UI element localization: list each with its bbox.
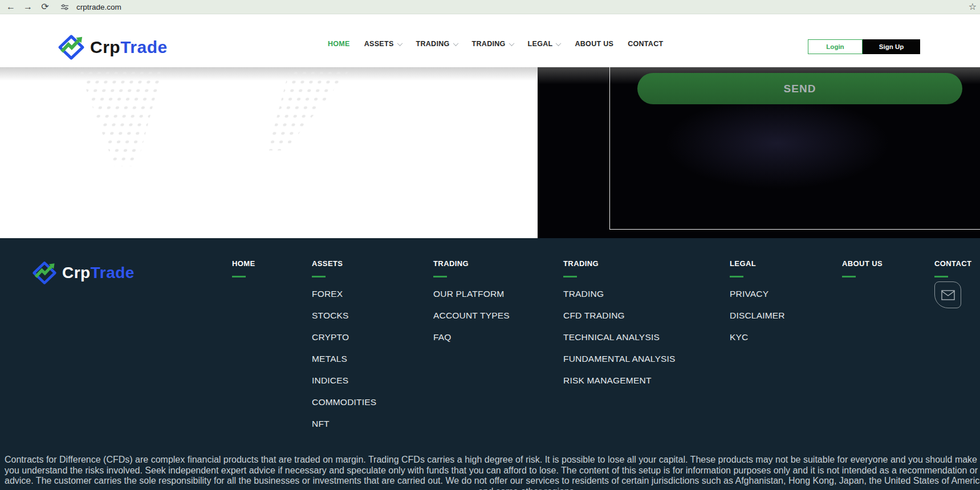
logo-icon bbox=[57, 33, 86, 62]
chevron-down-icon bbox=[509, 40, 514, 46]
footer-column-links: TRADINGCFD TRADINGTECHNICAL ANALYSISFUND… bbox=[563, 289, 676, 385]
login-button[interactable]: Login bbox=[808, 39, 863, 54]
green-underline bbox=[842, 276, 856, 277]
nav-item-about-us[interactable]: ABOUT US bbox=[575, 40, 613, 48]
signup-button[interactable]: Sign Up bbox=[863, 39, 920, 54]
chevron-down-icon bbox=[453, 40, 458, 46]
footer-heading-home[interactable]: HOME bbox=[232, 259, 255, 268]
logo-text-blue: Trade bbox=[91, 264, 135, 281]
footer-link[interactable]: DISCLAIMER bbox=[730, 311, 785, 320]
footer-link[interactable]: FUNDAMENTAL ANALYSIS bbox=[563, 354, 676, 363]
footer-link[interactable]: TRADING bbox=[563, 289, 676, 298]
auth-buttons: Login Sign Up bbox=[808, 39, 920, 54]
footer-heading-trading-2[interactable]: TRADING bbox=[563, 259, 676, 268]
browser-back-icon[interactable]: ← bbox=[2, 2, 19, 11]
footer-column-links: PRIVACYDISCLAIMERKYC bbox=[730, 289, 785, 341]
contact-email-button[interactable] bbox=[934, 281, 961, 308]
dotted-pattern-left bbox=[58, 70, 164, 166]
footer-link[interactable]: FAQ bbox=[433, 333, 510, 341]
site-settings-icon[interactable] bbox=[57, 2, 72, 12]
footer-heading-legal[interactable]: LEGAL bbox=[730, 259, 785, 268]
url-bar[interactable]: crptrade.com bbox=[76, 3, 121, 11]
nav-item-legal[interactable]: LEGAL bbox=[528, 40, 561, 48]
footer-column-legal: LEGAL PRIVACYDISCLAIMERKYC bbox=[730, 259, 785, 354]
contact-section: SEND bbox=[0, 67, 980, 238]
chevron-down-icon bbox=[556, 40, 562, 46]
nav-item-trading-1[interactable]: TRADING bbox=[416, 40, 458, 48]
green-underline bbox=[433, 276, 447, 277]
nav-item-home[interactable]: HOME bbox=[328, 40, 350, 48]
footer-heading-contact[interactable]: CONTACT bbox=[934, 259, 971, 268]
nav-item-trading-2[interactable]: TRADING bbox=[472, 40, 514, 48]
footer-link[interactable]: TECHNICAL ANALYSIS bbox=[563, 333, 676, 341]
envelope-icon bbox=[941, 290, 955, 300]
footer-link[interactable]: CFD TRADING bbox=[563, 311, 676, 320]
footer-column-assets: ASSETS FOREXSTOCKSCRYPTOMETALSINDICESCOM… bbox=[312, 259, 376, 441]
main-nav: HOME ASSETS TRADING TRADING LEGAL ABOUT … bbox=[328, 40, 663, 48]
disclaimer-line: and some other regions. bbox=[5, 487, 980, 490]
site-header: CrpTrade HOME ASSETS TRADING TRADING LEG… bbox=[0, 15, 980, 67]
send-button[interactable]: SEND bbox=[637, 73, 962, 104]
green-underline bbox=[312, 276, 326, 277]
logo-text-dark: Crp bbox=[90, 38, 120, 56]
logo-text-blue: Trade bbox=[120, 38, 168, 56]
footer-logo-text: CrpTrade bbox=[62, 264, 135, 282]
risk-disclaimer: Contracts for Difference (CFDs) are comp… bbox=[5, 455, 980, 490]
dotted-pattern-right bbox=[267, 70, 350, 150]
footer-heading-assets[interactable]: ASSETS bbox=[312, 259, 376, 268]
footer-column-links: FOREXSTOCKSCRYPTOMETALSINDICESCOMMODITIE… bbox=[312, 289, 376, 428]
footer-link[interactable]: PRIVACY bbox=[730, 289, 785, 298]
green-underline bbox=[232, 276, 246, 277]
footer-heading-about-us[interactable]: ABOUT US bbox=[842, 259, 883, 268]
footer-link[interactable]: CRYPTO bbox=[312, 333, 376, 341]
footer-link[interactable]: COMMODITIES bbox=[312, 398, 376, 406]
footer-column-home: HOME bbox=[232, 259, 255, 289]
footer-link[interactable]: RISK MANAGEMENT bbox=[563, 376, 676, 385]
footer-link[interactable]: STOCKS bbox=[312, 311, 376, 320]
disclaimer-line: Contracts for Difference (CFDs) are comp… bbox=[5, 455, 980, 466]
footer-link[interactable]: METALS bbox=[312, 354, 376, 363]
footer-link[interactable]: ACCOUNT TYPES bbox=[433, 311, 510, 320]
browser-reload-icon[interactable]: ⟳ bbox=[36, 2, 54, 11]
chevron-down-icon bbox=[397, 40, 402, 46]
footer-column-trading-1: TRADING OUR PLATFORMACCOUNT TYPESFAQ bbox=[433, 259, 510, 354]
bookmark-star-icon[interactable]: ☆ bbox=[969, 1, 977, 12]
footer-link[interactable]: KYC bbox=[730, 333, 785, 341]
footer-link[interactable]: OUR PLATFORM bbox=[433, 289, 510, 298]
logo-icon bbox=[31, 260, 58, 286]
footer-logo[interactable]: CrpTrade bbox=[31, 260, 135, 286]
footer-link[interactable]: INDICES bbox=[312, 376, 376, 385]
footer-link[interactable]: NFT bbox=[312, 419, 376, 428]
footer: CrpTrade HOME ASSETS FOREXSTOCKSCRYPTOME… bbox=[0, 238, 980, 490]
disclaimer-line: you understand the risks involved. Seek … bbox=[5, 466, 980, 476]
nav-item-contact[interactable]: CONTACT bbox=[628, 40, 663, 48]
logo-text-white: Crp bbox=[62, 264, 91, 281]
footer-column-about-us: ABOUT US bbox=[842, 259, 883, 277]
green-underline bbox=[563, 276, 577, 277]
footer-link[interactable]: FOREX bbox=[312, 289, 376, 298]
footer-column-links: OUR PLATFORMACCOUNT TYPESFAQ bbox=[433, 289, 510, 341]
footer-column-trading-2: TRADING TRADINGCFD TRADINGTECHNICAL ANAL… bbox=[563, 259, 676, 398]
footer-column-contact: CONTACT bbox=[934, 259, 971, 277]
contact-form-panel: SEND bbox=[538, 67, 980, 238]
disclaimer-line: advice. The customer carries the sole re… bbox=[5, 476, 980, 487]
browser-forward-icon[interactable]: → bbox=[19, 2, 36, 11]
nav-item-assets[interactable]: ASSETS bbox=[364, 40, 402, 48]
footer-heading-trading-1[interactable]: TRADING bbox=[433, 259, 510, 268]
green-underline bbox=[934, 276, 948, 277]
logo-text: CrpTrade bbox=[90, 38, 168, 57]
browser-toolbar: ← → ⟳ crptrade.com ☆ bbox=[0, 0, 980, 14]
green-underline bbox=[730, 276, 743, 277]
site-logo[interactable]: CrpTrade bbox=[57, 33, 168, 62]
